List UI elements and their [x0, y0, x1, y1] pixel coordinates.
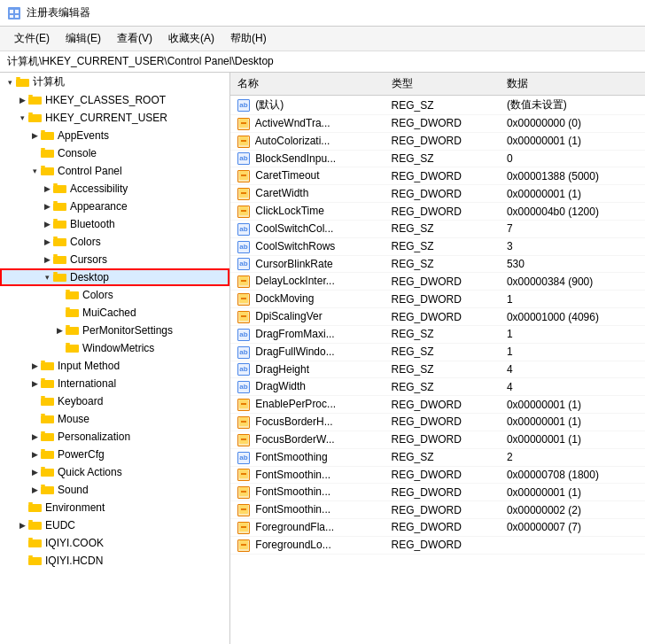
table-row[interactable]: DpiScalingVerREG_DWORD0x00001000 (4096)	[230, 308, 645, 326]
folder-icon-bluetooth	[53, 217, 67, 231]
tree-toggle-desktop[interactable]: ▾	[41, 271, 53, 283]
tree-toggle-hkcr[interactable]: ▶	[16, 94, 28, 106]
table-row[interactable]: DockMovingREG_DWORD1	[230, 291, 645, 308]
tree-label-desktop-colors: Colors	[82, 289, 113, 301]
tree-toggle-accessibility[interactable]: ▶	[41, 182, 53, 195]
menu-edit[interactable]: 编辑(E)	[58, 29, 108, 48]
tree-toggle-appearance[interactable]: ▶	[41, 200, 53, 213]
table-row[interactable]: CaretWidthREG_DWORD0x00000001 (1)	[230, 185, 645, 203]
tree-node-console[interactable]: Console	[0, 144, 229, 162]
svg-rect-32	[66, 309, 79, 317]
tree-toggle-iqiyi-hcdn[interactable]	[16, 555, 28, 567]
tree-panel[interactable]: ▾计算机▶HKEY_CLASSES_ROOT▾HKEY_CURRENT_USER…	[0, 73, 230, 644]
tree-node-appearance[interactable]: ▶Appearance	[0, 198, 229, 215]
tree-node-permonitorsettings[interactable]: ▶PerMonitorSettings	[0, 322, 229, 339]
table-row[interactable]: FocusBorderH...REG_DWORD0x00000001 (1)	[230, 414, 645, 431]
tree-toggle-controlpanel[interactable]: ▾	[28, 165, 41, 177]
table-row[interactable]: CaretTimeoutREG_DWORD0x00001388 (5000)	[230, 167, 645, 185]
tree-toggle-sound[interactable]: ▶	[28, 484, 41, 496]
svg-rect-18	[53, 185, 66, 193]
tree-node-iqiyi-hcdn[interactable]: IQIYI.HCDN	[0, 552, 229, 570]
table-row[interactable]: ClickLockTimeREG_DWORD0x000004b0 (1200)	[230, 203, 645, 221]
tree-toggle-muicached[interactable]	[53, 306, 66, 319]
tree-toggle-console[interactable]	[28, 147, 41, 159]
tree-node-hkcu[interactable]: ▾HKEY_CURRENT_USER	[0, 109, 229, 127]
tree-node-powercfg[interactable]: ▶PowerCfg	[0, 446, 229, 463]
tree-toggle-iqiyi-cook[interactable]	[16, 537, 28, 549]
tree-toggle-computer[interactable]: ▾	[4, 76, 16, 89]
tree-node-sound[interactable]: ▶Sound	[0, 481, 229, 499]
tree-node-muicached[interactable]: MuiCached	[0, 304, 229, 322]
table-row[interactable]: ForegroundFla...REG_DWORD0x00000007 (7)	[230, 519, 645, 537]
table-row[interactable]: ab DragHeightREG_SZ4	[230, 361, 645, 378]
tree-toggle-environment[interactable]	[16, 501, 28, 514]
tree-node-bluetooth[interactable]: ▶Bluetooth	[0, 215, 229, 233]
tree-toggle-cursors[interactable]: ▶	[41, 253, 53, 266]
table-row[interactable]: DelayLockInter...REG_DWORD0x00000384 (90…	[230, 273, 645, 291]
table-row[interactable]: ForegroundLo...REG_DWORD	[230, 536, 645, 554]
tree-node-iqiyi-cook[interactable]: IQIYI.COOK	[0, 534, 229, 552]
cell-name-text: ForegroundLo...	[253, 539, 331, 551]
tree-toggle-bluetooth[interactable]: ▶	[41, 218, 53, 230]
table-row[interactable]: FontSmoothin...REG_DWORD0x00000708 (1800…	[230, 466, 645, 484]
cell-type: REG_DWORD	[385, 396, 500, 414]
menu-file[interactable]: 文件(E)	[7, 29, 57, 48]
tree-node-colors[interactable]: ▶Colors	[0, 233, 229, 251]
tree-node-hkcr[interactable]: ▶HKEY_CLASSES_ROOT	[0, 91, 229, 109]
menu-view[interactable]: 查看(V)	[110, 29, 159, 48]
col-type: 类型	[385, 73, 500, 96]
tree-node-mouse[interactable]: Mouse	[0, 410, 229, 428]
cell-name-text: DpiScalingVer	[253, 310, 322, 322]
tree-toggle-permonitorsettings[interactable]: ▶	[53, 324, 66, 337]
tree-node-accessibility[interactable]: ▶Accessibility	[0, 180, 229, 198]
reg-dword-icon	[237, 469, 250, 481]
tree-node-eudc[interactable]: ▶EUDC	[0, 516, 229, 534]
table-row[interactable]: ActiveWndTra...REG_DWORD0x00000000 (0)	[230, 115, 645, 133]
table-row[interactable]: FontSmoothin...REG_DWORD0x00000001 (1)	[230, 484, 645, 501]
table-row[interactable]: ab BlockSendInpu...REG_SZ0	[230, 150, 645, 167]
tree-toggle-personalization[interactable]: ▶	[28, 431, 41, 443]
tree-toggle-inputmethod[interactable]: ▶	[28, 360, 41, 372]
tree-node-controlpanel[interactable]: ▾Control Panel	[0, 162, 229, 180]
table-row[interactable]: FocusBorderW...REG_DWORD0x00000001 (1)	[230, 431, 645, 448]
table-row[interactable]: ab DragFromMaxi...REG_SZ1	[230, 325, 645, 343]
table-row[interactable]: ab CursorBlinkRateREG_SZ530	[230, 255, 645, 273]
tree-node-quickactions[interactable]: ▶Quick Actions	[0, 463, 229, 481]
tree-toggle-powercfg[interactable]: ▶	[28, 448, 41, 461]
tree-node-computer[interactable]: ▾计算机	[0, 73, 229, 91]
tree-node-keyboard[interactable]: Keyboard	[0, 392, 229, 410]
table-row[interactable]: ab DragWidthREG_SZ4	[230, 378, 645, 396]
cell-type: REG_SZ	[385, 150, 500, 167]
tree-node-environment[interactable]: Environment	[0, 499, 229, 516]
tree-node-international[interactable]: ▶International	[0, 375, 229, 392]
table-row[interactable]: ab FontSmoothingREG_SZ2	[230, 448, 645, 466]
svg-rect-19	[53, 201, 58, 203]
menu-favorites[interactable]: 收藏夹(A)	[161, 29, 221, 48]
tree-node-inputmethod[interactable]: ▶Input Method	[0, 357, 229, 375]
tree-toggle-international[interactable]: ▶	[28, 377, 41, 390]
tree-node-desktop-colors[interactable]: Colors	[0, 286, 229, 304]
tree-node-windowmetrics[interactable]: WindowMetrics	[0, 339, 229, 357]
table-row[interactable]: FontSmoothin...REG_DWORD0x00000002 (2)	[230, 501, 645, 519]
tree-toggle-quickactions[interactable]: ▶	[28, 466, 41, 478]
tree-node-appevents[interactable]: ▶AppEvents	[0, 127, 229, 144]
tree-node-personalization[interactable]: ▶Personalization	[0, 428, 229, 446]
table-row[interactable]: EnablePerProc...REG_DWORD0x00000001 (1)	[230, 396, 645, 414]
tree-toggle-mouse[interactable]	[28, 413, 41, 425]
tree-node-desktop[interactable]: ▾Desktop	[0, 268, 229, 286]
main-layout: ▾计算机▶HKEY_CLASSES_ROOT▾HKEY_CURRENT_USER…	[0, 73, 645, 644]
tree-toggle-appevents[interactable]: ▶	[28, 129, 41, 142]
tree-toggle-keyboard[interactable]	[28, 395, 41, 407]
tree-toggle-eudc[interactable]: ▶	[16, 519, 28, 531]
tree-toggle-desktop-colors[interactable]	[53, 289, 66, 301]
table-row[interactable]: ab (默认)REG_SZ(数值未设置)	[230, 96, 645, 115]
table-row[interactable]: ab CoolSwitchCol...REG_SZ7	[230, 220, 645, 237]
tree-toggle-hkcu[interactable]: ▾	[16, 112, 28, 124]
menu-help[interactable]: 帮助(H)	[223, 29, 274, 48]
table-row[interactable]: ab DragFullWindo...REG_SZ1	[230, 343, 645, 361]
table-row[interactable]: ab CoolSwitchRowsREG_SZ3	[230, 237, 645, 255]
table-row[interactable]: AutoColorizati...REG_DWORD0x00000001 (1)	[230, 132, 645, 150]
tree-toggle-windowmetrics[interactable]	[53, 342, 66, 354]
tree-node-cursors[interactable]: ▶Cursors	[0, 251, 229, 268]
tree-toggle-colors[interactable]: ▶	[41, 236, 53, 248]
